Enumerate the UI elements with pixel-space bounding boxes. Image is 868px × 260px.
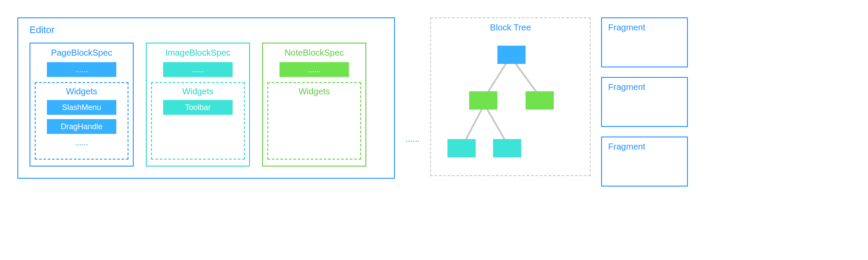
- tree-node-green: [526, 91, 554, 110]
- tree-node-teal: [493, 139, 521, 157]
- tree-node-blue: [497, 46, 526, 64]
- widget-draghandle: DragHandle: [47, 119, 116, 134]
- block-tree-svg: [437, 37, 584, 167]
- widget-slashmenu: SlashMenu: [47, 100, 116, 115]
- spec-page: PageBlockSpec ...... Widgets SlashMenu D…: [30, 43, 134, 167]
- fragments-column: Fragment Fragment Fragment: [601, 17, 688, 187]
- spec-note-pill: ......: [279, 62, 349, 77]
- fragment-box: Fragment: [601, 17, 688, 67]
- spec-note-widgets: Widgets: [267, 82, 361, 160]
- spec-page-widgets: Widgets SlashMenu DragHandle ......: [35, 82, 128, 160]
- spec-note-widgets-title: Widgets: [273, 87, 356, 97]
- block-tree-container: Block Tree: [430, 17, 591, 176]
- spec-image: ImageBlockSpec ...... Widgets Toolbar: [146, 43, 250, 167]
- spec-image-title: ImageBlockSpec: [151, 48, 245, 58]
- fragment-box: Fragment: [601, 77, 688, 127]
- spec-image-widgets-title: Widgets: [156, 87, 240, 97]
- spec-image-pill: ......: [163, 62, 233, 77]
- editor-title: Editor: [30, 24, 383, 36]
- spec-note: NoteBlockSpec ...... Widgets: [262, 43, 366, 167]
- spec-note-title: NoteBlockSpec: [267, 48, 361, 58]
- block-tree-title: Block Tree: [436, 23, 585, 33]
- tree-node-teal: [447, 139, 476, 157]
- spec-page-pill: ......: [47, 62, 116, 77]
- spec-page-title: PageBlockSpec: [35, 48, 128, 58]
- spec-image-widgets: Widgets Toolbar: [151, 82, 245, 160]
- tree-node-green: [469, 91, 497, 110]
- spec-row: PageBlockSpec ...... Widgets SlashMenu D…: [30, 43, 383, 167]
- diagram-root: Editor PageBlockSpec ...... Widgets Slas…: [17, 17, 851, 187]
- editor-container: Editor PageBlockSpec ...... Widgets Slas…: [17, 17, 395, 179]
- spec-page-ellipsis: ......: [40, 138, 123, 147]
- spec-page-widgets-title: Widgets: [40, 87, 123, 97]
- fragment-box: Fragment: [601, 137, 688, 187]
- widget-toolbar: Toolbar: [163, 100, 233, 115]
- gap-ellipsis: ......: [405, 134, 420, 144]
